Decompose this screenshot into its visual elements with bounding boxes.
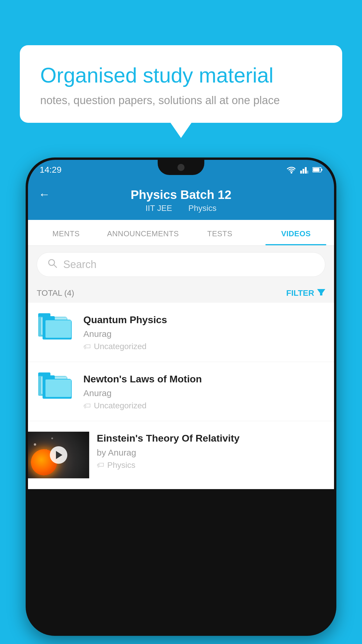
total-count: TOTAL (4) <box>37 288 74 298</box>
folder-icon-1 <box>38 313 73 342</box>
tab-ments[interactable]: MENTS <box>28 220 104 245</box>
svg-line-9 <box>54 265 57 267</box>
wifi-icon <box>287 166 296 174</box>
video-author-1: Anurag <box>83 329 325 339</box>
search-icon <box>48 258 57 271</box>
status-time: 14:29 <box>40 165 61 175</box>
video-item-2[interactable]: Newton's Laws of Motion Anurag 🏷 Uncateg… <box>28 362 334 421</box>
video-item-1[interactable]: Quantum Physics Anurag 🏷 Uncategorized <box>28 303 334 362</box>
filter-label: FILTER <box>286 288 314 298</box>
search-placeholder-text: Search <box>63 258 96 271</box>
video-info-3: Einstein's Theory Of Relativity by Anura… <box>97 432 325 470</box>
notch <box>158 160 204 175</box>
svg-rect-7 <box>313 168 319 172</box>
filter-icon <box>317 288 325 298</box>
video-tag-3: 🏷 Physics <box>97 461 318 470</box>
app-header: ← Physics Batch 12 IIT JEE Physics <box>28 180 334 220</box>
tag-icon-2: 🏷 <box>83 401 91 410</box>
back-button[interactable]: ← <box>38 188 50 201</box>
svg-rect-3 <box>305 167 307 174</box>
filter-bar: TOTAL (4) FILTER <box>28 283 334 303</box>
status-icons <box>287 166 322 174</box>
search-input[interactable]: Search <box>37 252 325 277</box>
video-thumb-1 <box>37 313 75 342</box>
tag-icon-1: 🏷 <box>83 342 91 351</box>
tabs-bar: MENTS ANNOUNCEMENTS TESTS VIDEOS <box>28 220 334 246</box>
subtitle-physics: Physics <box>188 204 216 213</box>
tab-announcements[interactable]: ANNOUNCEMENTS <box>104 220 182 245</box>
signal-icon <box>300 166 308 174</box>
phone-frame: 14:29 <box>26 158 336 636</box>
tag-label-3: Physics <box>107 461 135 470</box>
filter-button[interactable]: FILTER <box>286 288 325 298</box>
speech-bubble: Organised study material notes, question… <box>20 45 342 123</box>
search-bar-container: Search <box>28 246 334 283</box>
battery-icon <box>312 167 322 173</box>
header-title: Physics Batch 12 <box>131 188 231 202</box>
video-info-1: Quantum Physics Anurag 🏷 Uncategorized <box>83 313 325 351</box>
svg-rect-4 <box>307 171 308 174</box>
video-title-3: Einstein's Theory Of Relativity <box>97 432 318 444</box>
svg-point-0 <box>291 172 292 174</box>
video-thumb-3 <box>28 432 89 478</box>
subtitle-iit: IIT JEE <box>145 204 172 213</box>
video-title-1: Quantum Physics <box>83 313 325 326</box>
video-info-2: Newton's Laws of Motion Anurag 🏷 Uncateg… <box>83 372 325 410</box>
svg-marker-10 <box>317 289 325 295</box>
svg-rect-2 <box>303 169 304 174</box>
camera-dot <box>178 164 184 171</box>
thumb-background <box>28 432 89 478</box>
play-button-3[interactable] <box>50 446 67 464</box>
tag-icon-3: 🏷 <box>97 461 104 470</box>
video-item-3[interactable]: Einstein's Theory Of Relativity by Anura… <box>28 421 334 489</box>
video-list: Quantum Physics Anurag 🏷 Uncategorized <box>28 303 334 489</box>
folder-icon-2 <box>38 372 73 402</box>
video-author-3: by Anurag <box>97 448 318 458</box>
phone-inner: 14:29 <box>28 160 334 634</box>
video-author-2: Anurag <box>83 388 325 398</box>
status-bar: 14:29 <box>28 160 334 180</box>
play-triangle <box>56 451 62 459</box>
svg-rect-1 <box>300 171 302 174</box>
svg-rect-6 <box>321 169 322 171</box>
bubble-subtitle: notes, question papers, solutions all at… <box>40 94 322 107</box>
header-subtitle: IIT JEE Physics <box>142 204 220 213</box>
tab-videos[interactable]: VIDEOS <box>258 220 334 245</box>
tag-label-1: Uncategorized <box>94 342 147 351</box>
bubble-title: Organised study material <box>40 63 322 88</box>
video-tag-2: 🏷 Uncategorized <box>83 401 325 410</box>
video-title-2: Newton's Laws of Motion <box>83 372 325 385</box>
tab-tests[interactable]: TESTS <box>182 220 258 245</box>
folder-front-icon-2 <box>43 375 72 399</box>
video-tag-1: 🏷 Uncategorized <box>83 342 325 351</box>
folder-front-icon <box>43 316 72 340</box>
video-thumb-2 <box>37 372 75 402</box>
tag-label-2: Uncategorized <box>94 401 147 410</box>
